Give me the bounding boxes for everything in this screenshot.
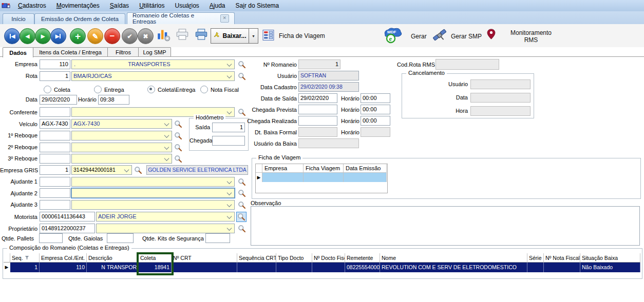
filter-icon[interactable] — [25, 253, 29, 263]
menu-ajuda[interactable]: Ajuda — [204, 1, 231, 10]
empresa-code-field[interactable]: 110 — [40, 59, 70, 69]
cell-nome[interactable]: REVOLUTION COM E SERV DE ELETRODOMESTICO — [380, 263, 527, 272]
proprietario-code-field[interactable]: 01489122000237 — [40, 224, 95, 233]
tab-close-icon[interactable]: ✕ — [220, 14, 229, 23]
col-n-crt[interactable]: Nº CRT — [172, 253, 237, 263]
veiculo-combo[interactable]: AGX-7430 — [71, 119, 172, 129]
cell-descricao[interactable]: N TRANSPOR — [87, 263, 139, 272]
tab-itens-coleta-entrega[interactable]: Itens da Coleta / Entrega — [32, 47, 108, 57]
tab-inicio[interactable]: Início — [3, 13, 34, 24]
tab-log-smp[interactable]: Log SMP — [138, 47, 171, 57]
ajudante3-search-icon[interactable] — [237, 200, 247, 210]
col-nome[interactable]: Nome — [380, 253, 527, 263]
horario-field[interactable]: 09:38 — [98, 95, 129, 105]
rota-combo[interactable]: BMA/RJO/CAS — [71, 71, 235, 81]
ficha-viagem-list-icon[interactable] — [262, 29, 275, 43]
tab-filtros[interactable]: Filtros — [107, 47, 139, 57]
ficha-cell-data-emissao[interactable] — [344, 173, 387, 182]
chart-button[interactable] — [157, 28, 171, 43]
ajudante2-search-icon[interactable] — [237, 189, 247, 198]
menu-sair[interactable]: Sair do Sistema — [231, 1, 285, 10]
data-saida-horario-field[interactable]: 00:00 — [361, 93, 390, 103]
empresa-gris-code-field[interactable]: 1 — [40, 165, 70, 175]
menu-saidas[interactable]: Saídas — [105, 1, 134, 10]
col-empresa[interactable]: Empresa Col./Ent. — [40, 253, 87, 263]
menu-utilitarios[interactable]: Utilitários — [134, 1, 169, 10]
reboque3-combo[interactable] — [71, 154, 172, 164]
veiculo-search-icon[interactable] — [174, 119, 183, 129]
ajudante1-combo[interactable] — [71, 177, 235, 187]
add-button[interactable]: + — [70, 28, 86, 44]
cell-n-crt[interactable] — [172, 263, 237, 272]
next-record-button[interactable]: ▶ — [35, 28, 51, 44]
qtde-gaiolas-field[interactable] — [107, 233, 134, 243]
print-preview-button[interactable] — [175, 28, 190, 43]
cell-n-nota-fiscal[interactable] — [544, 263, 580, 272]
proprietario-combo[interactable] — [96, 224, 235, 233]
radio-coleta[interactable]: Coleta — [44, 86, 70, 93]
cell-seq[interactable]: 1 — [10, 263, 40, 272]
gerar-smp-button[interactable]: Gerar SMP — [451, 33, 482, 40]
observacao-field[interactable] — [251, 206, 640, 246]
data-field[interactable]: 29/02/2020 — [40, 95, 77, 105]
ajudante3-combo[interactable] — [71, 200, 235, 210]
reboque3-search-icon[interactable] — [174, 154, 183, 164]
menu-cadastros[interactable]: Cadastros — [13, 1, 51, 10]
baixar-dropdown-button[interactable]: ▼ — [249, 28, 258, 44]
confirm-button[interactable]: ✔ — [122, 28, 138, 44]
cancel-button[interactable]: ✖ — [138, 28, 154, 44]
qtde-pallets-field[interactable] — [39, 233, 63, 243]
cell-remetente[interactable]: 08225554000107 — [345, 263, 380, 272]
cell-coleta[interactable]: 18941 — [139, 263, 172, 272]
col-sequencia-crt[interactable]: Sequência CRT — [237, 253, 276, 263]
chegada-realizada-field[interactable] — [298, 116, 337, 126]
col-serie[interactable]: Série — [527, 253, 544, 263]
delete-button[interactable]: − — [104, 28, 120, 44]
cell-n-docto-fiscal[interactable] — [312, 263, 345, 272]
cell-situacao-baixa[interactable]: Não Baixado — [580, 263, 640, 272]
mdfe-gerar-button[interactable]: Gerar — [411, 33, 427, 40]
col-seq[interactable]: Seq. — [10, 253, 40, 263]
empresa-combo[interactable]: . TRANSPORTES — [71, 59, 235, 69]
reboque2-code-field[interactable] — [40, 143, 70, 152]
reboque2-combo[interactable] — [71, 143, 172, 152]
col-n-nota-fiscal[interactable]: Nº Nota Fiscal — [544, 253, 580, 263]
data-saida-field[interactable]: 29/02/2020 — [298, 93, 337, 103]
ficha-viagem-row[interactable]: ▶ — [256, 173, 387, 182]
print-button[interactable] — [194, 28, 209, 43]
reboque2-search-icon[interactable] — [174, 143, 183, 152]
radio-nota-fiscal[interactable]: Nota Fiscal — [200, 86, 239, 93]
reboque1-search-icon[interactable] — [174, 131, 183, 140]
tab-dados[interactable]: Dados — [3, 47, 33, 57]
motorista-combo[interactable]: ADEIR JORGE — [96, 212, 235, 222]
mdfe-logo-icon[interactable]: MDFe — [383, 27, 403, 45]
cell-serie[interactable] — [527, 263, 544, 272]
col-coleta[interactable]: Coleta — [139, 253, 172, 263]
tab-romaneio[interactable]: Romaneio de Coletas e Entregas ✕ — [127, 12, 235, 24]
col-n-docto-fiscal[interactable]: Nº Docto Fiscal — [312, 253, 345, 263]
baixar-button[interactable]: Baixar... — [211, 28, 249, 44]
ficha-col-data-emissao[interactable]: Data Emissão — [344, 164, 387, 173]
col-remetente[interactable]: Remetente — [345, 253, 380, 263]
motorista-code-field[interactable]: 00006141136443 — [40, 212, 95, 222]
col-situacao-baixa[interactable]: Situação Baixa — [580, 253, 640, 263]
veiculo-code-field[interactable]: AGX-7430 — [40, 119, 70, 129]
edit-button[interactable]: ✎ — [87, 28, 103, 44]
empresa-gris-search-icon[interactable] — [134, 166, 143, 175]
reboque3-code-field[interactable] — [40, 154, 70, 164]
rota-code-field[interactable]: 1 — [40, 71, 70, 81]
tab-emissao-ordem-coleta[interactable]: Emissão de Ordem de Coleta — [34, 13, 125, 24]
ficha-viagem-toolbar-label[interactable]: Ficha de Viagem — [279, 32, 325, 39]
proprietario-search-icon[interactable] — [237, 224, 247, 233]
conferente-code-field[interactable] — [40, 107, 70, 117]
map-pin-icon[interactable] — [486, 27, 497, 42]
reboque1-code-field[interactable] — [40, 131, 70, 140]
ajudante1-code-field[interactable] — [40, 177, 70, 187]
reboque1-combo[interactable] — [71, 131, 172, 140]
chegada-prevista-horario-field[interactable]: 00:00 — [361, 105, 390, 114]
empresa-gris-combo[interactable]: 31429442000181 — [71, 165, 132, 175]
last-record-button[interactable]: ▶ — [50, 28, 66, 44]
ficha-cell-ficha-viagem[interactable] — [304, 173, 344, 182]
cell-tipo-docto[interactable] — [276, 263, 312, 272]
qtde-kits-field[interactable] — [205, 233, 230, 243]
